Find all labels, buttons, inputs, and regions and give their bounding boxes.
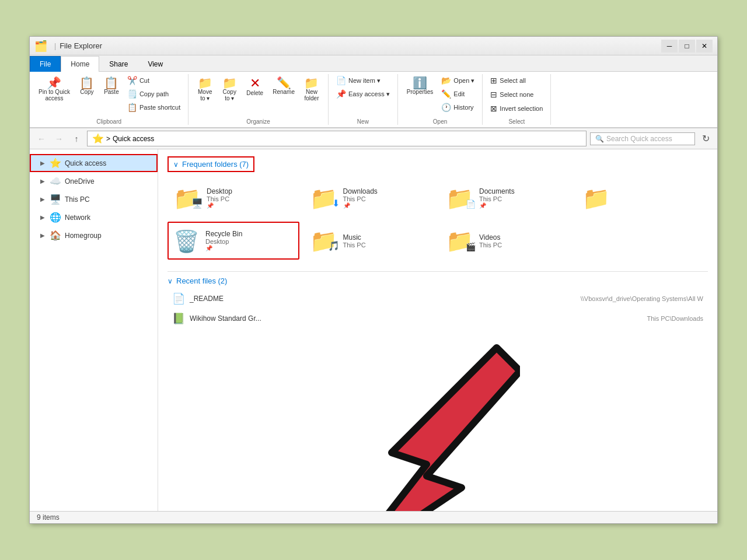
up-button[interactable]: ↑ [69,132,83,146]
svg-marker-0 [345,348,520,511]
back-button[interactable]: ← [34,132,48,146]
select-none-button[interactable]: ⊟ Select none [487,88,546,101]
open-button[interactable]: 📂 Open ▾ [438,74,477,87]
main-area: ▶ ⭐ Quick access ▶ ☁️ OneDrive ▶ 🖥️ This… [30,149,717,511]
move-icon: 📁 [198,77,212,89]
tab-file[interactable]: File [30,56,61,72]
path-separator: > [106,135,110,143]
maximize-button[interactable]: □ [679,40,695,52]
folder-item-music[interactable]: 📁 🎵 Music This PC [304,222,436,260]
delete-icon: ✕ [250,77,260,90]
new-item-icon: 📄 [336,76,346,85]
rename-button[interactable]: ✏️ Rename [268,74,299,98]
readme-icon: 📄 [172,292,185,305]
wikihow-icon: 📗 [172,312,185,325]
music-path: This PC [343,242,366,249]
documents-folder-icon: 📁 📄 [446,185,473,211]
videos-path: This PC [479,242,502,249]
clipboard-label: Clipboard [96,118,121,125]
sidebar-item-quick-access[interactable]: ▶ ⭐ Quick access [30,154,158,172]
sidebar-item-onedrive[interactable]: ▶ ☁️ OneDrive [30,172,158,190]
search-box[interactable]: 🔍 Search Quick access [590,132,695,145]
recent-item-readme[interactable]: 📄 _README \\Vboxsvr\d_drive\Operating Sy… [167,290,708,307]
easy-access-button[interactable]: 📌 Easy access ▾ [333,88,393,100]
pin-icon: 📌 [205,245,242,251]
organize-group: 📁 Moveto ▾ 📁 Copyto ▾ ✕ Delete ✏️ Rename [189,74,329,125]
history-button[interactable]: 🕐 History [438,101,477,114]
arrow-annotation [275,313,520,511]
select-label: Select [487,118,546,125]
search-placeholder: Search Quick access [606,135,672,143]
cut-icon: ✂️ [127,76,137,85]
sidebar-item-homegroup[interactable]: ▶ 🏠 Homegroup [30,226,158,244]
close-button[interactable]: ✕ [696,40,713,52]
paste-shortcut-button[interactable]: 📋 Paste shortcut [124,101,183,114]
refresh-button[interactable]: ↻ [699,132,713,146]
this-pc-icon: 🖥️ [50,194,61,205]
recent-files-list: 📄 _README \\Vboxsvr\d_drive\Operating Sy… [167,290,708,327]
onedrive-label: OneDrive [65,177,95,186]
wikihow-path: This PC\Downloads [647,315,703,322]
move-to-button[interactable]: 📁 Moveto ▾ [193,74,217,104]
copy-icon: 📋 [79,77,94,89]
videos-folder-icon: 📁 🎬 [446,228,473,254]
sidebar-item-this-pc[interactable]: ▶ 🖥️ This PC [30,190,158,208]
path-text: Quick access [113,135,154,143]
tab-home[interactable]: Home [61,56,99,72]
delete-button[interactable]: ✕ Delete [242,74,267,99]
sidebar: ▶ ⭐ Quick access ▶ ☁️ OneDrive ▶ 🖥️ This… [30,149,158,511]
tab-share[interactable]: Share [99,56,138,72]
new-folder-button[interactable]: 📁 Newfolder [300,74,323,104]
copy-to-button[interactable]: 📁 Copyto ▾ [218,74,241,104]
window-controls: ─ □ ✕ [661,40,713,52]
readme-name: _README [190,295,576,303]
pin-icon: 📌 [479,202,515,209]
select-all-icon: ⊞ [490,76,497,85]
window-title: File Explorer [60,41,102,50]
folder-item-desktop[interactable]: 📁 🖥️ Desktop This PC 📌 [167,179,299,217]
chevron-icon: ▶ [40,160,45,166]
edit-button[interactable]: ✏️ Edit [438,88,477,100]
recent-files-label: Recent files (2) [176,276,227,285]
pin-icon: 📌 [207,202,232,209]
folder-item-documents[interactable]: 📁 📄 Documents This PC 📌 [440,179,572,217]
invert-icon: ⊠ [490,104,497,113]
copy-path-button[interactable]: 🗒️ Copy path [124,88,183,100]
pin-to-quick-button[interactable]: 📌 Pin to Quick access [34,74,74,104]
recent-item-wikihow[interactable]: 📗 Wikihow Standard Gr... This PC\Downloa… [167,310,708,327]
minimize-button[interactable]: ─ [661,40,678,52]
select-all-button[interactable]: ⊞ Select all [487,74,546,87]
folder-item-downloads[interactable]: 📁 ⬇ Downloads This PC 📌 [304,179,436,217]
folder-item-recycle-bin[interactable]: 🗑️ Recycle Bin Desktop 📌 [167,222,299,260]
frequent-folders-header: ∨ Frequent folders (7) [167,156,708,172]
properties-button[interactable]: ℹ️ Properties [403,74,438,98]
folder-item-videos[interactable]: 📁 🎬 Videos This PC [440,222,572,260]
address-path[interactable]: ⭐ > Quick access [87,131,587,146]
chevron-icon: ▶ [40,178,45,184]
downloads-path: This PC [343,195,378,202]
clipboard-group: 📌 Pin to Quick access 📋 Copy 📋 Paste ✂️ [30,74,189,125]
folder-item-extra[interactable]: 📁 [577,179,708,217]
file-explorer-window: 🗂️ | File Explorer ─ □ ✕ File Home Share… [29,36,718,524]
new-item-button[interactable]: 📄 New item ▾ [333,74,393,87]
paste-button[interactable]: 📋 Paste [100,74,123,98]
invert-selection-button[interactable]: ⊠ Invert selection [487,102,546,115]
readme-path: \\Vboxsvr\d_drive\Operating Systems\All … [581,295,703,302]
documents-path: This PC [479,195,515,202]
forward-button[interactable]: → [52,132,66,146]
music-folder-icon: 📁 🎵 [310,228,337,254]
cut-button[interactable]: ✂️ Cut [124,74,183,87]
sidebar-item-network[interactable]: ▶ 🌐 Network [30,208,158,226]
frequent-folders-label: Frequent folders (7) [182,160,249,169]
pin-icon: 📌 [343,202,378,209]
new-folder-icon: 📁 [304,77,319,89]
desktop-name: Desktop [207,187,232,195]
recent-files-section: ∨ Recent files (2) 📄 _README \\Vboxsvr\d… [167,276,708,327]
new-group: 📄 New item ▾ 📌 Easy access ▾ New [329,74,398,125]
copy-button[interactable]: 📋 Copy [75,74,99,98]
organize-label: Organize [246,118,270,125]
open-icon: 📂 [441,76,451,85]
paste-shortcut-icon: 📋 [127,103,137,112]
tab-view[interactable]: View [138,56,173,72]
new-label: New [357,118,369,125]
